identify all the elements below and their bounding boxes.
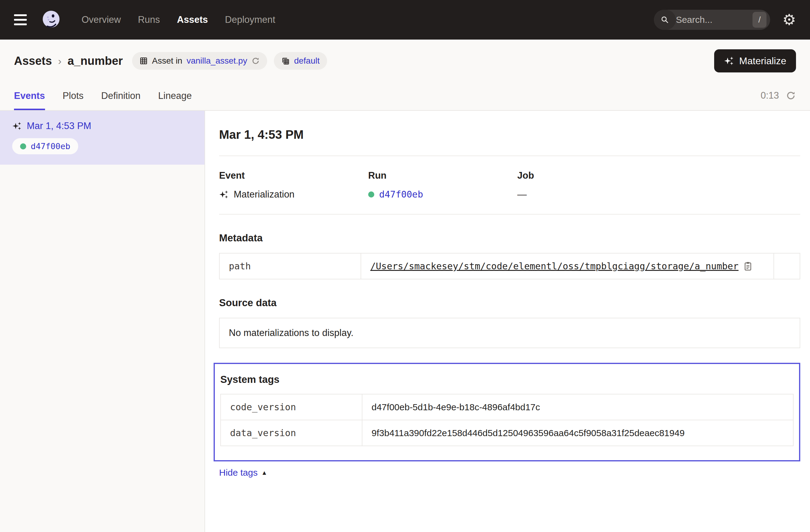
nav-right: / ⚙ <box>654 10 796 30</box>
repo-default-link[interactable]: default <box>294 56 320 66</box>
run-status-dot <box>20 143 26 149</box>
asset-badge-prefix: Asset in <box>152 56 182 66</box>
copy-path-icon[interactable] <box>743 261 752 272</box>
system-tag-key: code_version <box>221 394 362 420</box>
reload-definition-icon[interactable] <box>251 57 260 65</box>
event-type-value: Materialization <box>234 189 294 200</box>
table-row: code_version d47f00eb-5d1b-4e9e-b18c-489… <box>221 394 793 420</box>
page-title: a_number <box>67 54 123 68</box>
hide-tags-link[interactable]: Hide tags ▲ <box>219 467 268 478</box>
job-value: — <box>517 189 527 200</box>
materialization-sparkle-icon <box>12 121 22 131</box>
menu-icon[interactable] <box>14 14 27 25</box>
search-input[interactable] <box>676 15 752 25</box>
metadata-path-link[interactable]: /Users/smackesey/stm/code/elementl/oss/t… <box>370 261 739 272</box>
event-summary-columns: Event Materialization Run d47f00eb Job <box>219 170 800 200</box>
run-id-pill[interactable]: d47f00eb <box>12 138 78 154</box>
tab-plots[interactable]: Plots <box>63 81 84 110</box>
caret-up-icon: ▲ <box>261 469 268 476</box>
event-column: Event Materialization <box>219 170 368 200</box>
run-column: Run d47f00eb <box>368 170 517 200</box>
run-column-header: Run <box>368 170 517 181</box>
tabs: Events Plots Definition Lineage <box>14 81 192 110</box>
refresh-icon[interactable] <box>785 91 796 101</box>
asset-file-link[interactable]: vanilla_asset.py <box>187 56 247 66</box>
event-date-link[interactable]: Mar 1, 4:53 PM <box>27 120 91 131</box>
divider <box>219 156 800 156</box>
event-list-item-selected[interactable]: Mar 1, 4:53 PM d47f00eb <box>0 111 205 165</box>
header-badges: Asset in vanilla_asset.py default <box>132 52 327 70</box>
nav-item-runs[interactable]: Runs <box>138 14 160 25</box>
job-column-header: Job <box>517 170 800 181</box>
breadcrumb-separator: › <box>58 55 62 67</box>
run-status-dot <box>368 191 374 197</box>
table-row: path /Users/smackesey/stm/code/elementl/… <box>220 254 800 279</box>
search-shortcut-key: / <box>752 12 766 28</box>
tab-definition[interactable]: Definition <box>101 81 141 110</box>
hide-tags-label: Hide tags <box>219 467 258 478</box>
primary-nav: Overview Runs Assets Deployment <box>82 14 275 25</box>
event-list-sidebar: Mar 1, 4:53 PM d47f00eb <box>0 111 205 532</box>
metadata-key: path <box>220 254 361 279</box>
run-id-label: d47f00eb <box>31 142 70 151</box>
system-tag-value: d47f00eb-5d1b-4e9e-b18c-4896af4bd17c <box>362 394 793 420</box>
breadcrumb-assets-link[interactable]: Assets <box>14 54 52 68</box>
run-id-link[interactable]: d47f00eb <box>379 189 423 200</box>
nav-item-overview[interactable]: Overview <box>82 14 121 25</box>
event-column-header: Event <box>219 170 368 181</box>
search-icon <box>654 10 676 30</box>
breadcrumb: Assets › a_number <box>14 54 123 68</box>
asset-grid-icon <box>139 57 148 65</box>
repository-badge: default <box>274 52 327 70</box>
dagster-app: Overview Runs Assets Deployment / ⚙ Asse… <box>0 0 810 532</box>
settings-gear-icon[interactable]: ⚙ <box>782 12 796 27</box>
refresh-timer: 0:13 <box>761 90 779 101</box>
metadata-heading: Metadata <box>219 232 800 244</box>
system-tags-heading: System tags <box>220 374 794 385</box>
nav-item-deployment[interactable]: Deployment <box>225 14 275 25</box>
source-data-empty-message: No materializations to display. <box>219 318 800 348</box>
source-data-heading: Source data <box>219 297 800 309</box>
asset-definition-badge: Asset in vanilla_asset.py <box>132 52 268 70</box>
content-body: Mar 1, 4:53 PM d47f00eb Mar 1, 4:53 PM E… <box>0 111 810 532</box>
divider <box>219 214 800 214</box>
tab-events[interactable]: Events <box>14 81 45 110</box>
system-tags-section: System tags code_version d47f00eb-5d1b-4… <box>214 363 800 462</box>
repo-icon <box>281 57 290 65</box>
event-title: Mar 1, 4:53 PM <box>219 128 800 142</box>
metadata-table: path /Users/smackesey/stm/code/elementl/… <box>219 253 800 279</box>
materialization-sparkle-icon <box>219 190 229 199</box>
system-tag-value: 9f3b411a390fd22e158d446d5d12504963596aa6… <box>362 420 793 446</box>
nav-item-assets[interactable]: Assets <box>177 14 208 25</box>
search-box[interactable]: / <box>654 10 770 30</box>
table-row: data_version 9f3b411a390fd22e158d446d5d1… <box>221 420 793 446</box>
sparkle-icon <box>724 56 734 66</box>
page-header: Assets › a_number Asset in vanilla_asset… <box>0 39 810 81</box>
materialize-button[interactable]: Materialize <box>714 49 796 72</box>
system-tags-table: code_version d47f00eb-5d1b-4e9e-b18c-489… <box>220 394 794 446</box>
tab-lineage[interactable]: Lineage <box>158 81 192 110</box>
table-row-end-cell <box>774 254 800 279</box>
dagster-logo[interactable] <box>41 10 62 30</box>
job-column: Job — <box>517 170 800 200</box>
system-tag-key: data_version <box>221 420 362 446</box>
event-detail-panel: Mar 1, 4:53 PM Event Materialization Run… <box>205 111 810 532</box>
materialize-button-label: Materialize <box>739 55 786 67</box>
tab-bar: Events Plots Definition Lineage 0:13 <box>0 81 810 111</box>
refresh-area: 0:13 <box>761 81 796 110</box>
top-nav: Overview Runs Assets Deployment / ⚙ <box>0 0 810 39</box>
